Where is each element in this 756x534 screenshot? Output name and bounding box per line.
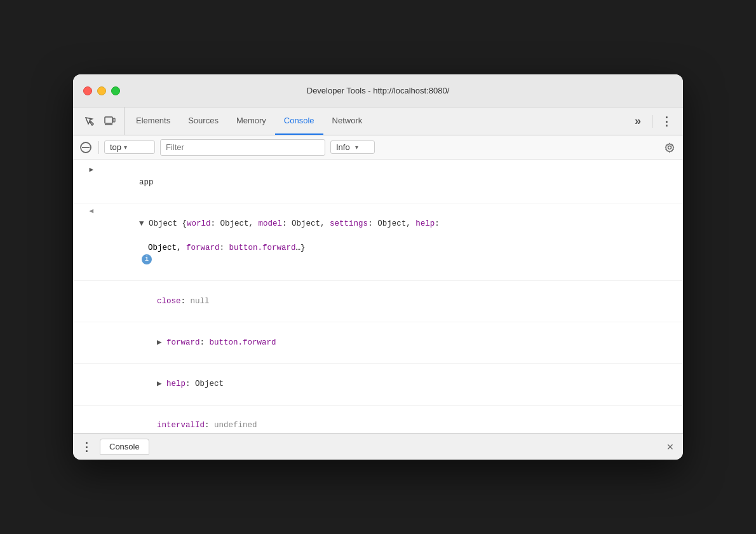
console-row-close: close: null	[73, 281, 683, 322]
bottom-menu-button[interactable]: ⋮	[78, 439, 95, 455]
tabs: Elements Sources Memory Console Network	[125, 107, 374, 135]
svg-rect-0	[105, 117, 112, 123]
row-gutter: ▶	[73, 163, 98, 175]
close-button[interactable]	[83, 86, 92, 95]
row-content-help: ▶ help: Object	[98, 365, 683, 403]
row-gutter-4	[73, 324, 98, 325]
close-drawer-button[interactable]: ✕	[663, 439, 678, 455]
toolbar-right: » ⋮	[629, 113, 680, 130]
tab-memory[interactable]: Memory	[227, 107, 275, 135]
expand-arrow-app[interactable]: ▶	[89, 165, 93, 175]
console-drawer-tab[interactable]: Console	[100, 439, 149, 455]
row-gutter-6	[73, 407, 98, 408]
window-title: Developer Tools - http://localhost:8080/	[307, 86, 450, 95]
toolbar-icons	[76, 107, 125, 135]
log-level-selector[interactable]: Info ▾	[330, 140, 375, 154]
tab-elements[interactable]: Elements	[127, 107, 179, 135]
row-content-app: app	[98, 163, 683, 202]
titlebar: Developer Tools - http://localhost:8080/	[73, 74, 683, 107]
row-content-intervalid: intervalId: undefined	[98, 407, 683, 434]
console-row-help: ▶ help: Object	[73, 364, 683, 405]
toolbar-divider	[652, 115, 652, 128]
expand-help[interactable]: ▶	[157, 380, 166, 388]
row-gutter-2: ◀	[73, 205, 98, 217]
clear-console-button[interactable]	[78, 140, 93, 155]
toolbar-divider-1	[98, 141, 99, 154]
minimize-button[interactable]	[97, 86, 106, 95]
row-content-object: ▼ Object {world: Object, model: Object, …	[98, 205, 683, 279]
console-content: ▶ app ◀ ▼ Object {world: Object, model: …	[73, 160, 683, 433]
expand-arrow-object[interactable]: ▼	[139, 219, 149, 228]
devtools-window: Developer Tools - http://localhost:8080/…	[73, 74, 683, 460]
console-row-app: ▶ app	[73, 162, 683, 203]
log-level-dropdown-arrow: ▾	[355, 144, 358, 151]
console-toolbar: top ▾ Info ▾	[73, 135, 683, 160]
tab-network[interactable]: Network	[323, 107, 372, 135]
device-icon[interactable]	[101, 113, 119, 130]
row-content-forward: ▶ forward: button.forward	[98, 324, 683, 362]
console-row-intervalid: intervalId: undefined	[73, 406, 683, 434]
devtools-menu-button[interactable]: ⋮	[658, 113, 675, 130]
context-selector[interactable]: top ▾	[104, 140, 155, 154]
console-row-forward: ▶ forward: button.forward	[73, 322, 683, 364]
tab-sources[interactable]: Sources	[179, 107, 227, 135]
traffic-lights	[83, 86, 120, 95]
svg-point-5	[668, 146, 672, 149]
filter-input[interactable]	[160, 139, 325, 156]
row-content-close: close: null	[98, 282, 683, 320]
more-tabs-button[interactable]: »	[629, 113, 647, 130]
maximize-button[interactable]	[111, 86, 120, 95]
inspect-icon[interactable]	[81, 113, 98, 130]
devtools-toolbar: Elements Sources Memory Console Network …	[73, 107, 683, 135]
back-arrow[interactable]: ◀	[89, 206, 93, 217]
expand-forward[interactable]: ▶	[157, 338, 166, 347]
tab-console[interactable]: Console	[275, 107, 323, 135]
bottom-bar: ⋮ Console ✕	[73, 433, 683, 460]
context-dropdown-arrow: ▾	[124, 144, 127, 151]
svg-rect-1	[113, 118, 115, 122]
info-badge[interactable]: i	[142, 254, 152, 264]
row-gutter-5	[73, 365, 98, 366]
console-settings-button[interactable]	[661, 139, 678, 156]
console-row-object: ◀ ▼ Object {world: Object, model: Object…	[73, 203, 683, 281]
row-gutter-3	[73, 282, 98, 284]
